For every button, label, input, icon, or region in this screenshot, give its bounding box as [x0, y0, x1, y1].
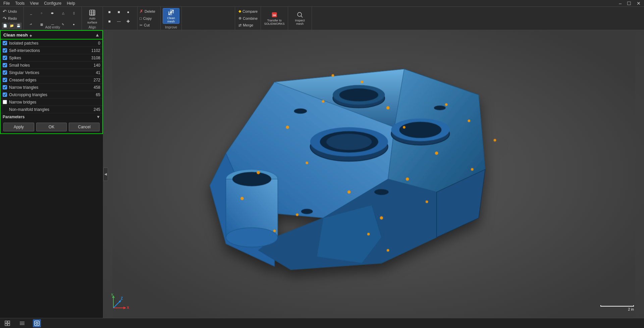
svg-point-49: [445, 103, 448, 106]
small-holes-row: Small holes 140: [1, 62, 102, 69]
svg-point-14: [339, 88, 378, 102]
svg-point-32: [286, 126, 289, 129]
improve-btn-7[interactable]: [193, 17, 201, 26]
menu-file[interactable]: File: [3, 1, 10, 6]
status-icon-view[interactable]: [33, 319, 41, 327]
panel-collapse-button[interactable]: ◀: [103, 168, 108, 181]
3d-viewport[interactable]: ◀: [103, 30, 644, 318]
svg-point-50: [494, 139, 496, 142]
align-btn-1[interactable]: ■: [105, 8, 114, 17]
improve-btn-3[interactable]: [202, 8, 211, 17]
triangle-tool-button[interactable]: △: [58, 8, 68, 19]
window-minimize-icon[interactable]: –: [619, 1, 622, 6]
scale-label: 2 in: [628, 307, 634, 311]
ok-button[interactable]: OK: [36, 123, 67, 131]
svg-rect-63: [5, 321, 7, 323]
parameters-label: Parameters: [3, 115, 96, 119]
save-icon[interactable]: 💾: [15, 23, 21, 29]
isolated-patches-checkbox[interactable]: [3, 41, 7, 45]
menu-configure[interactable]: Configure: [44, 1, 61, 6]
merge-button[interactable]: ⇄ Merge: [238, 22, 258, 28]
narrow-triangles-label: Narrow triangles: [9, 85, 87, 90]
improve-btn-5[interactable]: [221, 8, 229, 17]
inspect-mesh-button[interactable]: Inspect mesh: [291, 10, 308, 27]
isolated-patches-value: 0: [87, 41, 100, 46]
creased-edges-checkbox[interactable]: [3, 78, 7, 82]
align-btn-4[interactable]: ■: [105, 17, 114, 26]
svg-point-25: [232, 172, 271, 186]
non-manifold-row: Non-manifold triangles 245: [1, 106, 102, 113]
copy-button[interactable]: □ Copy: [139, 15, 159, 22]
svg-text:Y: Y: [111, 293, 113, 297]
spikes-checkbox[interactable]: [3, 56, 7, 60]
redo-button[interactable]: ↷ Redo: [2, 15, 21, 22]
parameters-row[interactable]: Parameters ▼: [1, 113, 102, 121]
snap-tool-button[interactable]: ✚: [26, 31, 36, 42]
svg-marker-55: [123, 307, 126, 309]
circle-tool-button[interactable]: ○: [37, 8, 47, 19]
svg-text:SW: SW: [273, 14, 276, 16]
svg-rect-70: [35, 321, 39, 326]
menu-tools[interactable]: Tools: [15, 1, 24, 6]
cancel-button[interactable]: Cancel: [69, 123, 100, 131]
svg-point-30: [374, 189, 389, 195]
svg-point-45: [471, 168, 474, 171]
auto-surface-button[interactable]: Autosurface: [84, 8, 101, 25]
align-btn-2[interactable]: ■: [114, 8, 123, 17]
status-bar: [0, 318, 644, 328]
singular-vertices-checkbox[interactable]: [3, 70, 7, 75]
improve-btn-6[interactable]: [183, 17, 192, 26]
small-holes-checkbox[interactable]: [3, 63, 7, 67]
align-btn-3[interactable]: ●: [124, 8, 132, 17]
cut-button[interactable]: ✂ Cut: [139, 22, 159, 28]
svg-point-18: [326, 134, 372, 150]
singular-vertices-row: Singular Vertices 41: [1, 69, 102, 76]
shape-tool-button[interactable]: ▯: [69, 8, 79, 19]
delete-button[interactable]: ✗ Delete: [139, 8, 159, 15]
improve-btn-2[interactable]: [193, 8, 201, 17]
improve-btn-8[interactable]: [202, 17, 211, 26]
svg-point-35: [468, 120, 470, 122]
status-icon-list[interactable]: [18, 319, 26, 327]
undo-button[interactable]: ↶ Undo: [2, 8, 21, 15]
align-btn-6[interactable]: ✚: [124, 17, 132, 26]
narrow-bridges-checkbox[interactable]: [3, 100, 7, 104]
compare-button[interactable]: ◆ Compare: [238, 8, 258, 15]
svg-point-38: [347, 190, 351, 194]
action-button-row: Apply OK Cancel: [1, 121, 102, 133]
open-icon[interactable]: 📁: [9, 23, 15, 29]
non-manifold-value: 245: [87, 107, 100, 112]
panel-collapse-icon[interactable]: ▲: [95, 32, 100, 38]
improve-btn-1[interactable]: [183, 8, 192, 17]
spikes-label: Spikes: [9, 56, 87, 60]
align-btn-5[interactable]: ⸻: [114, 17, 123, 26]
svg-rect-0: [90, 10, 95, 15]
window-maximize-icon[interactable]: ☐: [627, 1, 631, 6]
svg-point-51: [240, 197, 244, 200]
svg-point-34: [435, 151, 438, 155]
ellipse-tool-button[interactable]: ⬬: [47, 8, 57, 19]
add-entity-label: Add entity: [24, 25, 82, 29]
self-intersections-checkbox[interactable]: [3, 48, 7, 53]
svg-point-33: [386, 106, 390, 110]
menu-view[interactable]: View: [30, 1, 39, 6]
menu-help[interactable]: Help: [67, 1, 75, 6]
outcropping-triangles-value: 65: [87, 92, 100, 97]
improve-btn-4[interactable]: [211, 8, 220, 17]
svg-point-4: [298, 12, 302, 16]
window-close-icon[interactable]: ✕: [637, 1, 641, 6]
svg-text:Z: Z: [121, 297, 123, 300]
combine-button[interactable]: ⊕ Combine: [238, 15, 258, 22]
self-intersections-value: 1102: [87, 48, 100, 53]
line-tool-button[interactable]: ⎯: [26, 8, 36, 19]
svg-point-21: [399, 122, 441, 138]
transfer-solidworks-button[interactable]: SW Transfer toSOLIDWORKS: [264, 10, 284, 27]
clean-mesh-button[interactable]: Clean mesh: [163, 8, 179, 24]
status-icon-grid[interactable]: [3, 319, 11, 327]
narrow-triangles-checkbox[interactable]: [3, 85, 7, 89]
svg-point-42: [380, 216, 383, 220]
outcropping-triangles-checkbox[interactable]: [3, 92, 7, 97]
new-icon[interactable]: 📄: [2, 23, 8, 29]
apply-button[interactable]: Apply: [3, 123, 34, 131]
narrow-triangles-row: Narrow triangles 458: [1, 84, 102, 91]
